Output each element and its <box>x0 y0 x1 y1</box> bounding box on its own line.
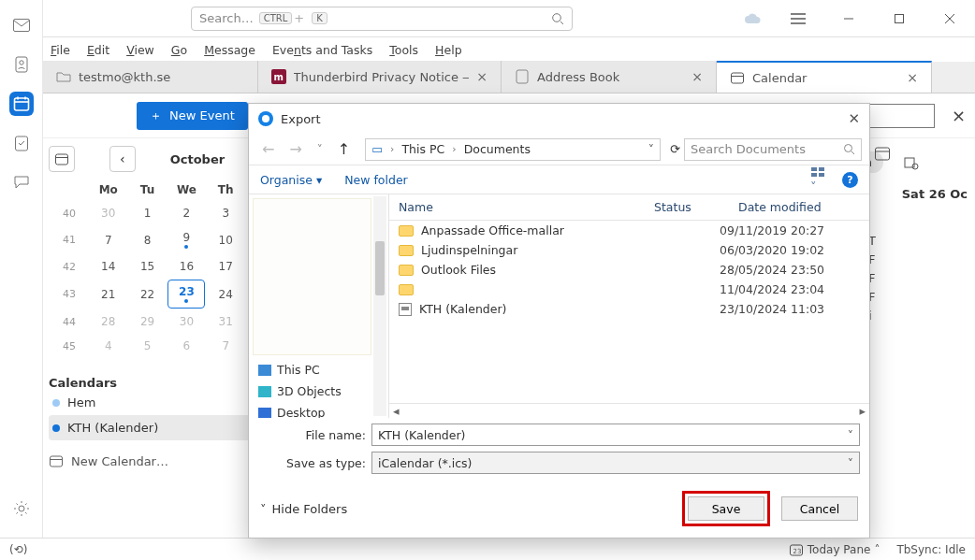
tab-calendar[interactable]: Calendar × <box>717 61 932 93</box>
mini-day[interactable]: 31 <box>207 310 244 333</box>
mini-day[interactable]: 8 <box>129 226 167 253</box>
file-row[interactable]: Outlook Files28/05/2024 23:50 <box>389 260 869 280</box>
mini-day[interactable]: 6 <box>167 335 205 357</box>
tab-close-icon[interactable]: × <box>476 69 488 84</box>
help-icon[interactable]: ? <box>842 172 858 188</box>
tree-item[interactable]: 3D Objects <box>255 381 388 402</box>
today-pane-toggle[interactable]: 23 Today Pane ˄ <box>789 542 880 557</box>
crumb-dropdown-icon[interactable]: ˅ <box>648 142 654 156</box>
folder-tree[interactable]: This PC3D ObjectsDesktopDocuments <box>249 194 389 418</box>
menu-go[interactable]: Go <box>171 43 187 57</box>
tab-close-icon[interactable]: × <box>691 69 703 84</box>
refresh-icon[interactable]: ⟳ <box>670 142 680 156</box>
window-maximize[interactable] <box>885 5 913 33</box>
addressbook-space-icon[interactable] <box>9 52 34 77</box>
menu-view[interactable]: View <box>126 43 154 57</box>
recent-dropdown-icon[interactable]: ˅ <box>312 143 328 156</box>
chevron-down-icon[interactable]: ˅ <box>848 428 853 442</box>
mini-day[interactable]: 23 <box>167 280 205 309</box>
hide-folders-toggle[interactable]: ˅Hide Folders <box>260 502 347 516</box>
mini-day[interactable]: 2 <box>167 202 205 224</box>
crumb-documents[interactable]: Documents <box>464 142 531 156</box>
minical-toggle-right-icon[interactable] <box>874 145 891 162</box>
nav-up-icon[interactable]: ↑ <box>332 140 356 158</box>
mini-day[interactable]: 29 <box>129 310 167 333</box>
menu-help[interactable]: Help <box>435 43 462 57</box>
prev-month-button[interactable]: ‹ <box>109 146 136 172</box>
horiz-scrollbar[interactable]: ◂▸ <box>389 403 869 418</box>
tree-item[interactable]: Desktop <box>255 402 388 418</box>
mini-day[interactable]: 30 <box>90 202 127 224</box>
tab-close-icon[interactable]: × <box>907 70 918 85</box>
dialog-close-icon[interactable]: ✕ <box>848 110 860 127</box>
mini-day[interactable]: 5 <box>129 335 167 357</box>
mini-day[interactable]: 21 <box>90 280 127 309</box>
chevron-down-icon[interactable]: ˅ <box>848 456 853 470</box>
clear-date-icon[interactable]: × <box>952 106 966 125</box>
cancel-button[interactable]: Cancel <box>781 496 858 521</box>
window-minimize[interactable] <box>835 5 863 33</box>
mini-day[interactable]: 14 <box>90 255 127 278</box>
tree-item[interactable]: This PC <box>255 359 388 381</box>
col-date[interactable]: Date modified <box>729 194 869 220</box>
menu-tools[interactable]: Tools <box>389 43 418 57</box>
mail-space-icon[interactable] <box>9 13 34 37</box>
tbsync-status[interactable]: TbSync: Idle <box>896 543 966 556</box>
nav-back-icon[interactable]: ← <box>256 140 280 158</box>
tree-scrollbar[interactable] <box>373 196 386 416</box>
mini-day[interactable]: 7 <box>207 335 244 357</box>
tab-addressbook[interactable]: Address Book × <box>502 61 717 93</box>
cloud-icon[interactable] <box>743 12 762 25</box>
mini-day[interactable]: 17 <box>207 255 244 278</box>
col-status[interactable]: Status <box>645 194 729 220</box>
date-field[interactable] <box>860 104 935 128</box>
mini-day[interactable]: 10 <box>207 226 244 253</box>
chat-space-icon[interactable] <box>9 170 34 194</box>
new-event-button[interactable]: ＋ New Event <box>137 102 248 130</box>
file-list[interactable]: Anpassade Office-mallar09/11/2019 20:27L… <box>389 221 869 403</box>
global-search[interactable]: Search… CTRL + K <box>191 7 573 31</box>
view-mode-icon[interactable]: ˅ <box>810 166 829 194</box>
filename-input[interactable]: KTH (Kalender)˅ <box>371 424 860 446</box>
file-list-header[interactable]: Name Status Date modified <box>389 194 869 221</box>
menu-file[interactable]: File <box>51 43 70 57</box>
menu-message[interactable]: Message <box>204 43 255 57</box>
appmenu-icon[interactable] <box>784 5 812 33</box>
dialog-title: Export <box>281 112 321 126</box>
dialog-search[interactable]: Search Documents <box>684 138 862 161</box>
minical-toggle-icon[interactable] <box>49 146 75 172</box>
mini-day[interactable]: 30 <box>167 310 205 333</box>
save-button[interactable]: Save <box>688 496 764 521</box>
menu-events[interactable]: Events and Tasks <box>272 43 372 57</box>
file-row[interactable]: Anpassade Office-mallar09/11/2019 20:27 <box>389 221 869 240</box>
calendar-space-icon[interactable] <box>9 92 34 116</box>
find-events-icon[interactable] <box>904 155 919 170</box>
settings-space-icon[interactable] <box>9 496 34 521</box>
mini-day[interactable]: 9 <box>167 226 205 253</box>
mini-day[interactable]: 15 <box>129 255 167 278</box>
sync-status[interactable]: (⟲) <box>9 543 27 556</box>
file-row[interactable]: 11/04/2024 23:04 <box>389 280 869 299</box>
new-folder-button[interactable]: New folder <box>344 173 408 187</box>
mini-day[interactable]: 16 <box>167 255 205 278</box>
file-row[interactable]: Ljudinspelningar06/03/2020 19:02 <box>389 240 869 260</box>
m-icon: m <box>271 69 286 84</box>
organise-menu[interactable]: Organise ▾ <box>260 173 322 187</box>
mini-day[interactable]: 3 <box>207 202 244 224</box>
crumb-thispc[interactable]: This PC <box>401 142 444 156</box>
savetype-select[interactable]: iCalendar (*.ics)˅ <box>371 452 860 474</box>
mini-day[interactable]: 4 <box>90 335 127 357</box>
file-row[interactable]: KTH (Kalender)23/10/2024 11:03 <box>389 299 869 319</box>
menu-edit[interactable]: Edit <box>87 43 109 57</box>
mini-day[interactable]: 7 <box>90 226 127 253</box>
tab-mail[interactable]: testmo@kth.se <box>43 61 258 93</box>
tasks-space-icon[interactable] <box>9 131 34 155</box>
col-name[interactable]: Name <box>389 194 645 220</box>
mini-day[interactable]: 22 <box>129 280 167 309</box>
mini-day[interactable]: 1 <box>129 202 167 224</box>
window-close[interactable] <box>936 5 964 33</box>
breadcrumb[interactable]: ▭ › This PC › Documents ˅ <box>365 138 661 161</box>
mini-day[interactable]: 28 <box>90 310 127 333</box>
tab-privacy[interactable]: m Thunderbird Privacy Notice — Mo × <box>258 61 502 93</box>
mini-day[interactable]: 24 <box>207 280 244 309</box>
